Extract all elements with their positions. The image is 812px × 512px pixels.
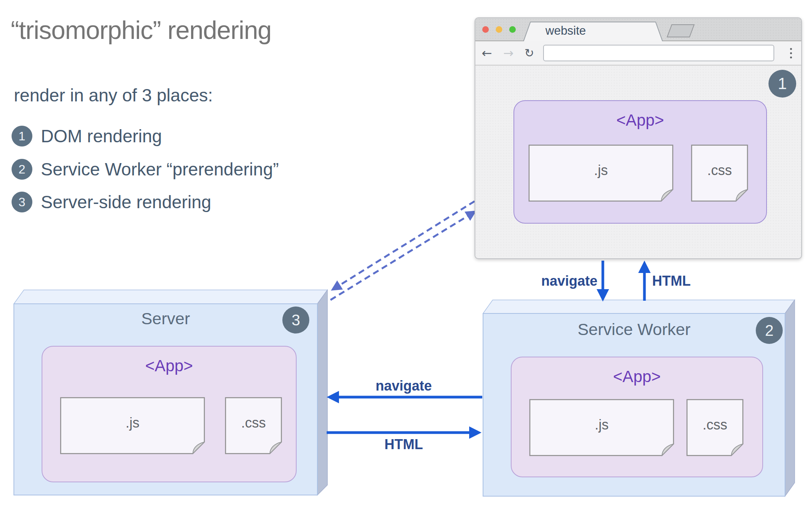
- file-label: .css: [691, 145, 748, 196]
- browser-toolbar: ← → ↻: [475, 41, 801, 66]
- browser-tab-strip: [475, 18, 802, 41]
- tab-title: website: [545, 24, 586, 38]
- file-label: .js: [529, 399, 674, 451]
- list-number-badge: 2: [12, 159, 32, 180]
- list-item-label: Service Worker “prerendering”: [41, 159, 279, 180]
- reload-icon[interactable]: ↻: [524, 47, 534, 59]
- server-box-right-bevel: [317, 290, 327, 495]
- app-component-label: <App>: [613, 367, 661, 386]
- list-item-server-side-rendering: 3 Server-side rendering: [12, 192, 211, 212]
- js-file: .js: [529, 399, 674, 456]
- file-label: .css: [686, 399, 743, 451]
- service-worker-box-right-bevel: [785, 300, 795, 496]
- js-file: .js: [60, 397, 205, 454]
- page-subtitle: render in any of 3 places:: [14, 85, 213, 106]
- browser-titlebar: website: [475, 18, 801, 41]
- css-file: .css: [686, 399, 743, 456]
- list-item-service-worker-prerendering: 2 Service Worker “prerendering”: [12, 159, 279, 180]
- file-label: .js: [528, 145, 673, 196]
- css-file: .css: [691, 145, 748, 202]
- trisomorphic-rendering-diagram: “trisomorphic” rendering render in any o…: [0, 0, 812, 512]
- js-file: .js: [528, 145, 673, 202]
- forward-icon: →: [503, 47, 514, 59]
- server-title: Server: [14, 309, 317, 328]
- navigate-left-label: navigate: [376, 378, 432, 394]
- css-file: .css: [225, 397, 282, 454]
- service-worker-title: Service Worker: [483, 320, 785, 339]
- overflow-menu-icon[interactable]: [790, 48, 792, 58]
- new-tab-button[interactable]: [667, 25, 694, 37]
- file-label: .js: [60, 397, 205, 449]
- list-item-label: DOM rendering: [41, 126, 162, 147]
- address-bar[interactable]: [543, 45, 774, 61]
- list-number-badge: 1: [12, 126, 32, 147]
- html-right-label: HTML: [384, 436, 423, 453]
- step-badge-server: 3: [282, 307, 309, 333]
- back-icon[interactable]: ←: [482, 47, 492, 59]
- html-up-label: HTML: [652, 273, 691, 289]
- list-item-dom-rendering: 1 DOM rendering: [12, 126, 162, 147]
- step-badge-browser: 1: [768, 70, 796, 98]
- traffic-light-minimize[interactable]: [496, 26, 502, 33]
- browser-to-server-dashed-arrow: [331, 215, 469, 300]
- browser-tab[interactable]: [523, 22, 663, 41]
- app-component-label: <App>: [616, 111, 664, 130]
- navigate-down-label: navigate: [541, 273, 597, 289]
- service-worker-box-top-bevel: [483, 300, 795, 313]
- list-number-badge: 3: [12, 192, 32, 212]
- server-box-top-bevel: [14, 290, 327, 304]
- step-badge-service-worker: 2: [756, 317, 783, 344]
- traffic-light-maximize[interactable]: [509, 26, 516, 33]
- file-label: .css: [225, 397, 282, 449]
- app-component-label: <App>: [145, 357, 193, 375]
- list-item-label: Server-side rendering: [41, 192, 211, 212]
- page-title: “trisomorphic” rendering: [11, 15, 272, 45]
- server-to-browser-dashed-arrow: [338, 201, 475, 286]
- traffic-light-close[interactable]: [482, 26, 489, 33]
